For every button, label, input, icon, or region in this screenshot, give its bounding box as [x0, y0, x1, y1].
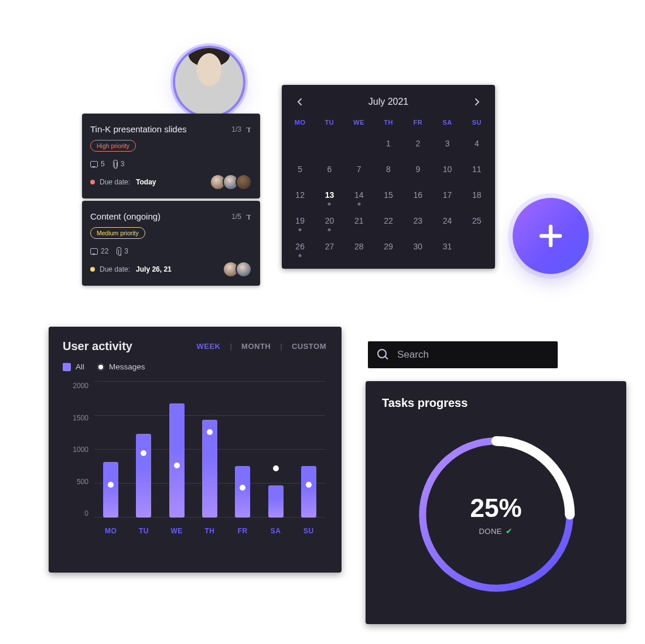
comments-count[interactable]: 5	[90, 160, 105, 168]
calendar-title: July 2021	[368, 97, 409, 107]
user-activity-title: User activity	[63, 340, 132, 353]
progress-percent: 25%	[470, 494, 521, 523]
x-tick: MO	[94, 521, 127, 539]
tasks-progress-title: Tasks progress	[382, 396, 610, 410]
calendar-day[interactable]: 6	[315, 157, 344, 183]
calendar-day[interactable]: 12	[285, 183, 315, 209]
range-tabs: WEEK| MONTH| CUSTOM	[195, 342, 327, 351]
done-text: DONE	[479, 527, 502, 536]
assignees[interactable]	[223, 261, 252, 278]
add-button[interactable]	[513, 198, 589, 274]
task-title: Content (ongoing)	[90, 211, 161, 221]
calendar-day[interactable]: 3	[432, 132, 462, 157]
calendar-day[interactable]: 1	[374, 132, 403, 157]
priority-pill: High priority	[90, 140, 136, 152]
user-activity-card: User activity WEEK| MONTH| CUSTOM All Me…	[49, 327, 342, 573]
calendar-day[interactable]: 14	[344, 183, 374, 209]
search-placeholder: Search	[397, 349, 429, 361]
calendar-blank	[315, 132, 344, 157]
x-tick: TH	[193, 521, 226, 539]
bar	[235, 466, 250, 518]
message-dot	[108, 482, 114, 488]
calendar-day[interactable]: 17	[432, 183, 462, 209]
calendar-day[interactable]: 19	[285, 209, 315, 235]
calendar-day[interactable]: 4	[462, 132, 492, 157]
attachments-count[interactable]: 3	[113, 160, 125, 168]
task-card[interactable]: Tin-K presentation slides1/3High priorit…	[82, 114, 260, 198]
calendar-dow: MO	[285, 113, 315, 132]
message-dot	[207, 429, 213, 435]
calendar-day[interactable]: 18	[462, 183, 492, 209]
assignee-avatar[interactable]	[236, 174, 252, 190]
task-title: Tin-K presentation slides	[90, 124, 187, 134]
calendar-day[interactable]: 25	[462, 209, 492, 235]
calendar-day[interactable]: 15	[374, 183, 403, 209]
x-tick: TU	[127, 521, 160, 539]
progress-done-label: DONE ✔	[479, 526, 513, 536]
subtask-count: 1/5	[231, 213, 252, 221]
comment-icon	[90, 161, 98, 167]
bar-tu[interactable]	[127, 382, 160, 518]
bar-su[interactable]	[292, 382, 325, 518]
calendar-blank	[285, 132, 315, 157]
calendar-day[interactable]: 16	[403, 183, 432, 209]
attachment-icon	[113, 160, 118, 168]
calendar-day[interactable]: 27	[315, 235, 344, 261]
assignee-avatar[interactable]	[236, 261, 252, 278]
calendar-day[interactable]: 28	[344, 235, 374, 261]
y-tick: 2000	[63, 382, 88, 390]
calendar-day[interactable]: 10	[432, 157, 462, 183]
calendar-day[interactable]: 13	[315, 183, 344, 209]
calendar-day[interactable]: 22	[374, 209, 403, 235]
event-dot	[328, 228, 331, 231]
calendar-day[interactable]: 5	[285, 157, 315, 183]
bar-we[interactable]	[161, 382, 193, 518]
search-input[interactable]: Search	[368, 341, 558, 368]
legend-all-label: All	[76, 362, 84, 371]
legend-messages-label: Messages	[109, 362, 145, 371]
calendar-dow: SA	[432, 113, 462, 132]
event-dot	[299, 254, 302, 257]
legend-messages[interactable]: Messages	[97, 362, 145, 371]
calendar-day[interactable]: 23	[403, 209, 432, 235]
calendar-day[interactable]: 29	[374, 235, 403, 261]
calendar-day[interactable]: 9	[403, 157, 432, 183]
legend-all[interactable]: All	[63, 362, 84, 371]
calendar-prev-button[interactable]	[294, 95, 306, 108]
activity-chart: 2000150010005000 MOTUWETHFRSASU	[63, 382, 327, 539]
calendar-day[interactable]: 26	[285, 235, 315, 261]
x-tick: FR	[226, 521, 259, 539]
task-cards: Tin-K presentation slides1/3High priorit…	[82, 114, 260, 286]
calendar-day[interactable]: 31	[432, 235, 462, 261]
calendar-day[interactable]: 2	[403, 132, 432, 157]
attachments-count[interactable]: 3	[117, 247, 128, 255]
bar-mo[interactable]	[94, 382, 127, 518]
due-date: Due date: Today	[90, 178, 156, 186]
calendar-day[interactable]: 20	[315, 209, 344, 235]
check-icon: ✔	[506, 526, 513, 536]
calendar-day[interactable]: 11	[462, 157, 492, 183]
bar	[136, 434, 151, 518]
task-card[interactable]: Content (ongoing)1/5Medium priority223Du…	[82, 201, 260, 286]
bar	[169, 403, 185, 518]
search-icon	[377, 349, 389, 361]
calendar-dow: TH	[374, 113, 403, 132]
calendar-day[interactable]: 30	[403, 235, 432, 261]
tab-custom[interactable]: CUSTOM	[291, 342, 327, 351]
bar-th[interactable]	[193, 382, 226, 518]
bar-fr[interactable]	[226, 382, 259, 518]
comments-count[interactable]: 22	[90, 247, 108, 255]
bar-sa[interactable]	[259, 382, 292, 518]
tab-week[interactable]: WEEK	[195, 342, 221, 351]
tab-month[interactable]: MONTH	[240, 342, 272, 351]
avatar[interactable]	[173, 46, 245, 118]
assignees[interactable]	[210, 174, 252, 190]
event-dot	[357, 203, 360, 205]
message-dot	[306, 482, 312, 488]
calendar-day[interactable]: 8	[374, 157, 403, 183]
calendar-day[interactable]: 7	[344, 157, 374, 183]
plus-icon	[537, 222, 565, 250]
calendar-day[interactable]: 21	[344, 209, 374, 235]
calendar-day[interactable]: 24	[432, 209, 462, 235]
calendar-next-button[interactable]	[470, 95, 483, 108]
